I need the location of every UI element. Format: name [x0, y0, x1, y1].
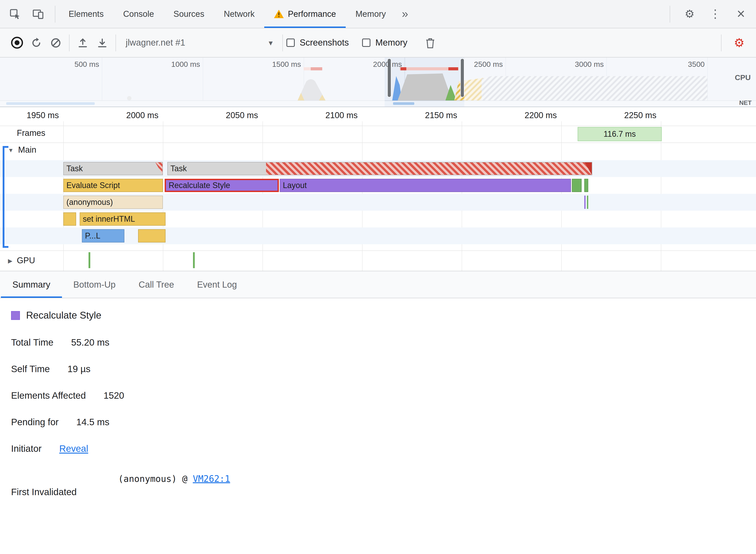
tab-network[interactable]: Network — [214, 0, 264, 28]
flame-bar-label: set innerHTML — [83, 214, 135, 224]
detail-ruler-label: 2200 ms — [512, 111, 557, 120]
flame-bar-evaluate-script[interactable]: Evaluate Script — [63, 179, 163, 192]
overview-ruler-label: 500 ms — [55, 60, 99, 69]
overview-ruler-label: 3500 — [660, 60, 705, 69]
overview-dim-right — [464, 58, 756, 107]
tab-sources[interactable]: Sources — [164, 0, 214, 28]
tab-call-tree[interactable]: Call Tree — [127, 271, 185, 298]
gpu-activity-mark — [193, 252, 195, 268]
capture-settings-gear-icon[interactable]: ⚙ — [730, 33, 749, 52]
flame-bar-task-2[interactable]: Task — [167, 162, 592, 175]
row-label: Pending for — [11, 417, 59, 428]
event-legend: Recalculate Style — [11, 310, 756, 321]
initiator-reveal-link[interactable]: Reveal — [59, 443, 88, 454]
row-label: Elements Affected — [11, 390, 86, 401]
detail-ruler-label: 2250 ms — [612, 111, 656, 120]
gpu-track-header[interactable]: ▶ GPU — [8, 256, 35, 266]
flame-bar-set-innerhtml[interactable]: set innerHTML — [80, 212, 166, 226]
row-label: Total Time — [11, 337, 53, 348]
screenshots-checkbox-group[interactable]: Screenshots — [286, 38, 349, 48]
details-tab-bar: Summary Bottom-Up Call Tree Event Log — [0, 271, 756, 298]
main-track-label: Main — [18, 145, 36, 155]
profile-select[interactable]: jlwagner.net #1 ▾ — [121, 38, 277, 48]
screenshots-checkbox[interactable] — [286, 39, 295, 47]
summary-row-total-time: Total Time 55.20 ms — [11, 337, 756, 348]
flame-bar-task-1[interactable]: Task — [63, 162, 163, 175]
close-icon[interactable]: × — [731, 4, 751, 24]
timeline-overview[interactable]: 500 ms 1000 ms 1500 ms 2000 ms 2500 ms 3… — [0, 58, 756, 107]
reload-and-record-button[interactable] — [26, 33, 46, 52]
overview-ruler-label: 1000 ms — [156, 60, 200, 69]
tab-console[interactable]: Console — [113, 0, 164, 28]
flame-bar-parse-html[interactable]: P...L — [82, 229, 124, 242]
flame-bar-script-small[interactable] — [63, 212, 76, 226]
profile-select-value: jlwagner.net #1 — [126, 38, 185, 48]
tab-performance[interactable]: Performance — [265, 0, 346, 28]
device-toolbar-icon[interactable] — [28, 4, 48, 24]
flame-bar-paint-thin[interactable] — [587, 196, 588, 209]
clear-button[interactable] — [46, 33, 65, 52]
separator — [670, 5, 670, 22]
summary-row-self-time: Self Time 19 µs — [11, 364, 756, 374]
overview-ruler-label: 2500 ms — [458, 60, 503, 69]
divider — [0, 251, 756, 251]
more-tabs-button[interactable]: » — [395, 0, 414, 28]
gear-glyph-red: ⚙ — [734, 36, 745, 50]
save-profile-button[interactable] — [93, 33, 112, 52]
separator — [69, 34, 69, 51]
garbage-collect-button[interactable] — [421, 33, 440, 52]
long-task-corner-icon — [155, 162, 162, 175]
tab-summary[interactable]: Summary — [1, 271, 62, 298]
flame-bar-paint[interactable] — [584, 179, 588, 192]
flame-bar-anonymous[interactable]: (anonymous) — [63, 196, 163, 209]
load-profile-button[interactable] — [73, 33, 93, 52]
overview-ruler-label: 1500 ms — [257, 60, 301, 69]
detail-ruler-label: 2000 ms — [114, 111, 158, 120]
flame-bar-style-thin[interactable] — [584, 196, 586, 209]
row-value: 19 µs — [67, 364, 91, 374]
detail-ruler-label: 2150 ms — [413, 111, 457, 120]
tab-label: Elements — [69, 9, 104, 19]
frame-duration-chip[interactable]: 116.7 ms — [578, 127, 662, 141]
main-track-header[interactable]: ▼ Main — [8, 145, 36, 155]
flame-bar-recalculate-style-selected[interactable]: Recalculate Style — [165, 179, 279, 192]
tab-label: Call Tree — [139, 279, 174, 290]
tab-event-log[interactable]: Event Log — [185, 271, 248, 298]
detail-ruler-label: 2050 ms — [214, 111, 258, 120]
flame-bar-script-small[interactable] — [138, 229, 166, 242]
row-value: 14.5 ms — [76, 417, 109, 428]
settings-gear-icon[interactable]: ⚙ — [680, 4, 699, 24]
gpu-activity-mark — [89, 252, 90, 268]
chevron-double-icon: » — [402, 7, 408, 21]
flame-bar-paint[interactable] — [572, 179, 582, 192]
devtools-tab-bar: Elements Console Sources Network Perform… — [0, 0, 756, 28]
close-glyph: × — [737, 6, 745, 22]
devtools-window: Elements Console Sources Network Perform… — [0, 0, 756, 554]
screenshot-frame: Elements Console Sources Network Perform… — [0, 0, 756, 554]
record-circle-icon — [11, 37, 23, 49]
memory-checkbox[interactable] — [362, 39, 371, 47]
memory-checkbox-group[interactable]: Memory — [362, 38, 407, 48]
collapse-arrow-icon: ▼ — [8, 147, 14, 153]
row-label: First Invalidated — [11, 487, 76, 497]
inspect-element-icon[interactable] — [5, 4, 25, 24]
event-color-swatch — [11, 311, 20, 320]
separator — [282, 34, 283, 51]
summary-row-pending-for: Pending for 14.5 ms — [11, 417, 756, 428]
flame-chart-panel[interactable]: 1950 ms 2000 ms 2050 ms 2100 ms 2150 ms … — [0, 107, 756, 271]
inspect-cursor-glyph — [9, 8, 21, 20]
net-track-label: NET — [739, 99, 752, 106]
gpu-track-label: GPU — [17, 256, 35, 266]
tab-elements[interactable]: Elements — [59, 0, 113, 28]
flame-bar-label: Task — [66, 164, 83, 173]
tab-bottom-up[interactable]: Bottom-Up — [62, 271, 127, 298]
detail-ruler-label: 1950 ms — [15, 111, 59, 120]
kebab-menu-icon[interactable]: ⋮ — [706, 4, 725, 24]
flame-bar-layout[interactable]: Layout — [280, 179, 571, 192]
summary-row-initiator: Initiator Reveal — [11, 443, 756, 454]
tab-label: Sources — [173, 9, 204, 19]
net-request-segment — [393, 102, 414, 105]
source-location-link[interactable]: VM262:1 — [193, 474, 230, 484]
record-button[interactable] — [7, 33, 26, 52]
tab-memory[interactable]: Memory — [346, 0, 395, 28]
